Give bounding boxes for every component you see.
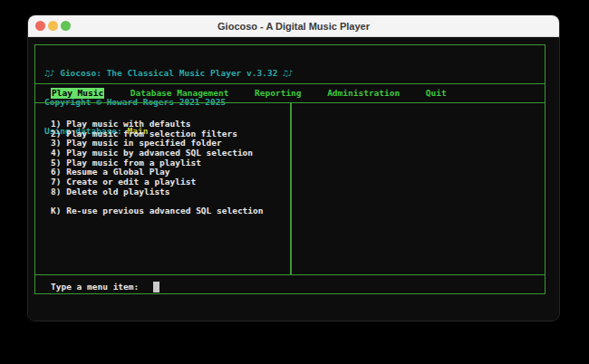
menu-option-k[interactable]: K) Re-use previous advanced SQL selectio… — [51, 206, 290, 216]
menu-tab-administration[interactable]: Administration — [327, 89, 400, 99]
prompt-bar: Type a menu item: — [35, 274, 545, 293]
menu-tab-quit[interactable]: Quit — [426, 89, 447, 99]
window-title: Giocoso - A Digital Music Player — [28, 21, 559, 32]
app-window: Giocoso - A Digital Music Player ♫♪ Gioc… — [27, 14, 560, 321]
title-bar: Giocoso - A Digital Music Player — [28, 15, 559, 37]
menu-tab-reporting[interactable]: Reporting — [255, 89, 301, 99]
prompt-label: Type a menu item: — [51, 283, 139, 292]
content-panes: 1) Play music with defaults 2) Play musi… — [35, 103, 545, 274]
terminal-area: ♫♪ Giocoso: The Classical Music Player v… — [28, 37, 559, 321]
tui-frame: ♫♪ Giocoso: The Classical Music Player v… — [34, 44, 546, 294]
app-banner: ♫♪ Giocoso: The Classical Music Player v… — [35, 45, 545, 83]
menu-bar: Play Music Database Management Reporting… — [35, 83, 545, 103]
banner-title: ♫♪ Giocoso: The Classical Music Player v… — [44, 69, 545, 79]
menu-tab-database-management[interactable]: Database Management — [130, 89, 229, 99]
desktop: Giocoso - A Digital Music Player ♫♪ Gioc… — [0, 0, 589, 364]
text-cursor[interactable] — [153, 282, 159, 292]
menu-option-8[interactable]: 8) Delete old playlists — [51, 187, 290, 197]
output-pane — [292, 103, 546, 274]
menu-tab-play-music[interactable]: Play Music — [51, 88, 104, 100]
menu-options-pane: 1) Play music with defaults 2) Play musi… — [35, 103, 290, 274]
